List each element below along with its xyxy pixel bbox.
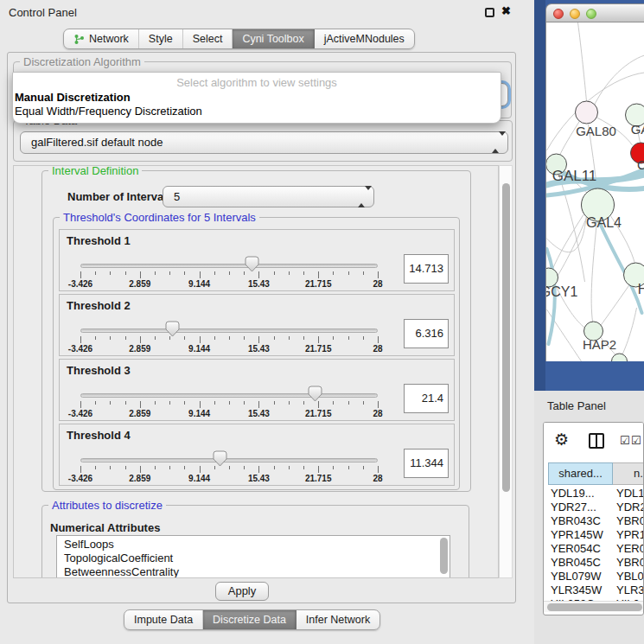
apply-button[interactable]: Apply xyxy=(215,582,269,601)
threshold-value-field[interactable]: 14.713 xyxy=(404,254,449,284)
slider-ticks xyxy=(80,271,378,279)
tick-mark xyxy=(289,271,290,275)
tab-style[interactable]: Style xyxy=(139,29,183,48)
network-node-label: GA xyxy=(631,122,644,137)
table-row[interactable]: YDR27...YDR2 xyxy=(544,501,643,514)
network-window: GAL80GAGAL11CGAL4GCY1HHAP2 xyxy=(545,3,644,361)
slider-track[interactable] xyxy=(80,458,378,462)
tick-mark xyxy=(140,336,141,343)
table-cell: YLR345W xyxy=(551,583,602,596)
algorithm-options: Manual DiscretizationEqual Width/Frequen… xyxy=(13,91,501,118)
close-traffic-light-icon[interactable] xyxy=(553,9,564,19)
tab-network[interactable]: Network xyxy=(64,29,139,48)
threshold-row: Threshold 2 -3.4262.8599.14415.4321.7152… xyxy=(59,294,455,356)
tick-label: 21.715 xyxy=(305,409,332,418)
tick-mark xyxy=(184,271,185,275)
attribute-item[interactable]: TopologicalCoefficient xyxy=(57,552,450,565)
network-canvas[interactable]: GAL80GAGAL11CGAL4GCY1HHAP2 xyxy=(545,22,644,361)
tick-mark xyxy=(110,271,111,275)
main-scrollbar[interactable] xyxy=(499,165,513,578)
table-rows: YDL19...YDL1YDR27...YDR2YBR043CYBR0YPR14… xyxy=(544,487,643,601)
tab-select[interactable]: Select xyxy=(183,29,233,48)
tick-mark xyxy=(363,466,364,469)
tab-discretize-data[interactable]: Discretize Data xyxy=(203,610,296,629)
table-h-scrollbar-thumb[interactable] xyxy=(547,603,642,611)
attributes-group-title: Attributes to discretize xyxy=(48,499,166,512)
attribute-item[interactable]: SelfLoops xyxy=(57,538,450,552)
table-row[interactable]: YBR045CYBR0 xyxy=(544,556,643,570)
tick-mark xyxy=(140,401,141,408)
table-row[interactable]: YER054CYER0 xyxy=(544,542,643,556)
checkbox-icon[interactable]: ☑ xyxy=(620,434,630,447)
thresholds-group: Threshold's Coordinates for 5 Intervals … xyxy=(53,217,460,490)
slider-track[interactable] xyxy=(80,328,378,333)
network-node-label: GAL80 xyxy=(576,124,616,138)
attribute-item[interactable]: BetweennessCentrality xyxy=(57,565,450,578)
table-cell: YBR0 xyxy=(616,514,643,527)
slider-thumb-icon[interactable] xyxy=(165,321,180,337)
table-cell: YER054C xyxy=(551,542,601,555)
float-window-icon[interactable] xyxy=(485,8,494,17)
tick-mark xyxy=(155,271,156,275)
zoom-traffic-light-icon[interactable] xyxy=(586,9,596,19)
tick-mark xyxy=(95,271,96,275)
desktop-background-edge xyxy=(534,0,545,391)
tab-cyni-toolbox[interactable]: Cyni Toolbox xyxy=(233,29,314,48)
slider-tick-labels: -3.4262.8599.14415.4321.71528 xyxy=(80,409,378,419)
table-row[interactable]: YDL19...YDL1 xyxy=(544,487,643,501)
numerical-attributes-list[interactable]: SelfLoopsTopologicalCoefficientBetweenne… xyxy=(56,535,450,578)
slider-track[interactable] xyxy=(80,264,378,268)
slider-tick-labels: -3.4262.8599.14415.4321.71528 xyxy=(80,344,378,354)
table-cell: YDR27... xyxy=(551,501,596,513)
table-data-combo[interactable]: galFiltered.sif default node xyxy=(20,131,508,154)
slider-thumb-icon[interactable] xyxy=(213,450,227,467)
network-edge xyxy=(620,308,637,360)
tick-mark xyxy=(169,271,170,275)
slider-track[interactable] xyxy=(80,393,378,398)
table-row[interactable]: YBR043CYBR0 xyxy=(544,514,643,528)
checkbox-icon[interactable]: ☑ xyxy=(631,434,641,447)
minimize-traffic-light-icon[interactable] xyxy=(570,9,580,19)
threshold-value-field[interactable]: 21.4 xyxy=(404,384,449,413)
control-panel: Control Panel ✖ NetworkStyleSelectCyni T… xyxy=(0,0,534,644)
tab-label: Style xyxy=(149,33,173,45)
attributes-group: Attributes to discretize Numerical Attri… xyxy=(41,505,469,578)
main-scrollbar-thumb[interactable] xyxy=(502,183,510,492)
table-h-scrollbar[interactable] xyxy=(544,601,643,612)
network-edge xyxy=(591,221,596,322)
tick-label: 2.859 xyxy=(129,474,150,483)
algorithm-option[interactable]: Equal Width/Frequency Discretization xyxy=(13,105,501,118)
table-cell: YPR145W xyxy=(551,528,603,541)
close-icon[interactable]: ✖ xyxy=(501,4,511,17)
table-header-cell[interactable]: shared... xyxy=(548,462,613,485)
tick-mark xyxy=(214,401,215,405)
tab-label: Infer Network xyxy=(306,614,370,626)
table-row[interactable]: YPR145WYPR1 xyxy=(544,528,643,542)
threshold-value-field[interactable]: 6.316 xyxy=(404,319,449,348)
network-node-node-bottom xyxy=(612,354,628,361)
tick-mark xyxy=(200,401,201,408)
top-tab-bar: NetworkStyleSelectCyni ToolboxjActiveMNo… xyxy=(63,29,415,49)
tab-infer-network[interactable]: Infer Network xyxy=(296,610,379,629)
algorithm-option[interactable]: Manual Discretization xyxy=(13,91,501,105)
slider-thumb-icon[interactable] xyxy=(308,386,322,402)
table-row[interactable]: YLR345WYLR3 xyxy=(544,583,643,597)
panel-title: Control Panel xyxy=(9,6,77,19)
column-layout-icon[interactable] xyxy=(589,433,604,449)
combo-stepper-icon xyxy=(358,187,366,207)
threshold-label: Threshold 2 xyxy=(67,299,131,312)
slider-ticks xyxy=(80,336,378,344)
tab-impute-data[interactable]: Impute Data xyxy=(124,610,203,629)
table-row[interactable]: YBL079WYBL0 xyxy=(544,570,643,583)
tick-mark xyxy=(318,401,319,408)
list-scrollbar-thumb[interactable] xyxy=(440,538,448,574)
settings-gear-icon[interactable]: ⚙ xyxy=(554,430,569,450)
slider-thumb-icon[interactable] xyxy=(245,256,259,272)
threshold-value-field[interactable]: 11.344 xyxy=(404,449,449,478)
table-header-cell[interactable]: n... xyxy=(613,462,644,485)
tick-mark xyxy=(229,271,230,275)
numerical-attributes-label: Numerical Attributes xyxy=(50,521,160,534)
num-intervals-combo[interactable]: 5 xyxy=(163,186,374,207)
tab-jactivemnodules[interactable]: jActiveMNodules xyxy=(315,29,414,48)
network-window-titlebar[interactable] xyxy=(545,3,644,22)
